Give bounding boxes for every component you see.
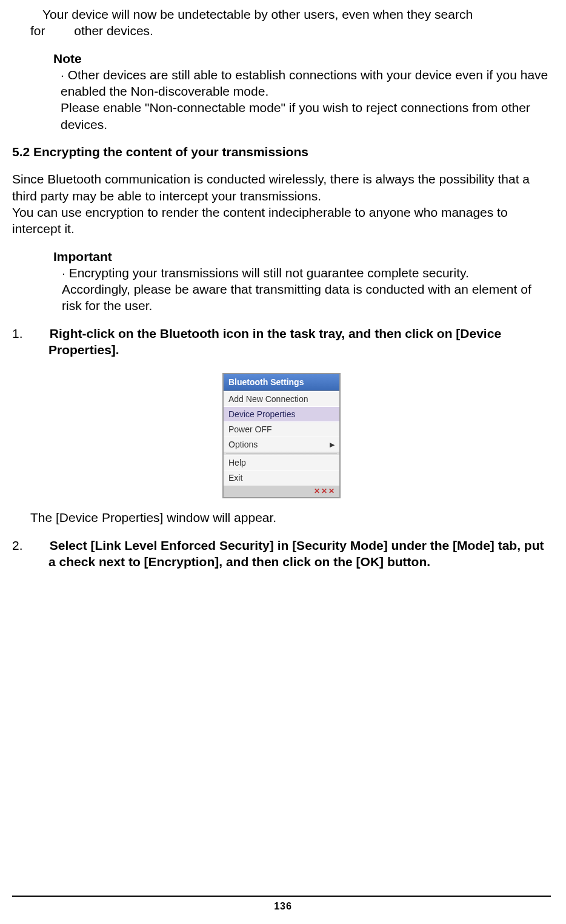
intro-line1: Your device will now be undetectable by …: [42, 6, 551, 22]
menu-item-options-label: Options: [228, 439, 258, 450]
important-block: Important · Encrypting your transmission…: [12, 248, 551, 314]
important-cont-text: Accordingly, please be aware that transm…: [62, 282, 531, 312]
step-2: 2. Select [Link Level Enforced Security]…: [12, 537, 551, 570]
step-2-text: Select [Link Level Enforced Security] in…: [48, 538, 544, 569]
menu-item-power-off[interactable]: Power OFF: [224, 421, 339, 437]
important-bullet: · Encrypting your transmissions will sti…: [53, 265, 551, 281]
intro-post: other devices.: [74, 24, 153, 38]
submenu-arrow-icon: ▶: [330, 440, 335, 449]
intro-text: Your device will now be undetectable by …: [42, 7, 473, 21]
step-2-number: 2.: [30, 537, 46, 553]
menu-item-device-properties[interactable]: Device Properties: [224, 406, 339, 421]
body-paragraph-1: Since Bluetooth communication is conduct…: [12, 171, 551, 204]
page-footer: 136: [0, 896, 566, 913]
important-continuation: Accordingly, please be aware that transm…: [53, 281, 551, 314]
menu-item-add-connection[interactable]: Add New Connection: [224, 391, 339, 406]
body-paragraph-2: You can use encryption to render the con…: [12, 204, 551, 237]
important-bullet-text: · Encrypting your transmissions will sti…: [62, 266, 469, 280]
intro-line2: for other devices.: [12, 22, 551, 39]
note-block: Note · Other devices are still able to e…: [12, 50, 551, 133]
intro-paragraph: Your device will now be undetectable by …: [12, 6, 551, 22]
step-1-result: The [Device Properties] window will appe…: [12, 509, 551, 526]
menu-item-options[interactable]: Options ▶: [224, 437, 339, 452]
intro-for: for: [30, 24, 45, 38]
note-cont-text: Please enable "Non-connectable mode" if …: [61, 101, 530, 131]
menu-item-exit[interactable]: Exit: [224, 470, 339, 485]
note-bullet-text: · Other devices are still able to establ…: [61, 68, 548, 98]
menu-item-help[interactable]: Help: [224, 455, 339, 470]
note-bullet: · Other devices are still able to establ…: [53, 67, 551, 100]
page-number: 136: [0, 900, 566, 913]
menu-divider: [226, 453, 337, 454]
note-label: Note: [53, 50, 551, 67]
step-1: 1. Right-click on the Bluetooth icon in …: [12, 325, 551, 358]
step-1-text: Right-click on the Bluetooth icon in the…: [48, 326, 501, 357]
note-continuation: Please enable "Non-connectable mode" if …: [53, 99, 551, 133]
important-label: Important: [53, 248, 551, 265]
section-heading: 5.2 Encrypting the content of your trans…: [12, 144, 551, 160]
menu-footer-decor: ✕✕✕: [224, 486, 339, 498]
footer-rule: [12, 896, 551, 897]
context-menu: Bluetooth Settings Add New Connection De…: [222, 373, 341, 498]
context-menu-figure: Bluetooth Settings Add New Connection De…: [222, 373, 341, 498]
step-1-number: 1.: [30, 325, 46, 342]
menu-title: Bluetooth Settings: [224, 374, 339, 391]
